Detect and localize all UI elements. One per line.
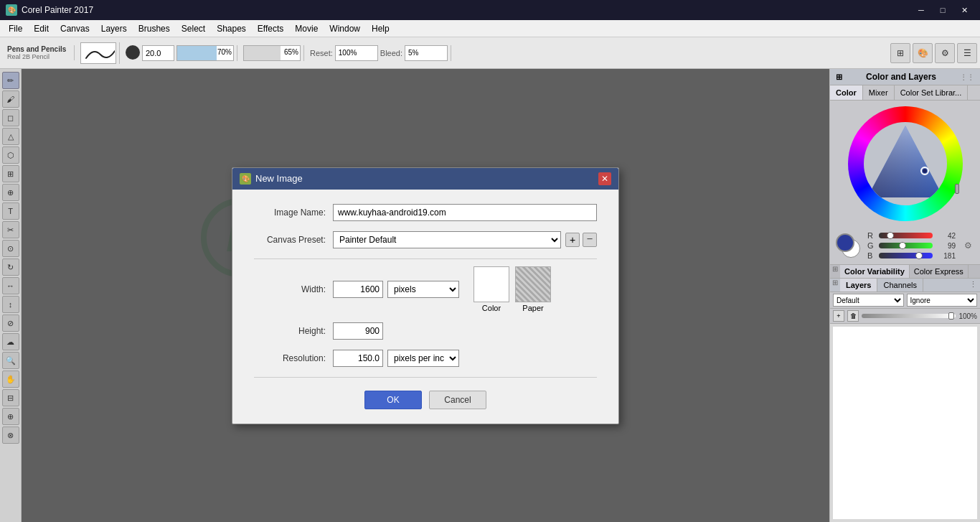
paper-swatch-label: Paper <box>515 304 551 312</box>
layers-preserve-select[interactable]: Ignore <box>907 294 978 307</box>
opacity2-slider[interactable]: 65% <box>243 45 301 61</box>
tool-adjust[interactable]: ⊘ <box>2 314 19 332</box>
tool-crop[interactable]: ✂ <box>2 221 19 238</box>
tab-colorset[interactable]: Color Set Librar... <box>895 85 969 100</box>
bleed-slider[interactable]: 5% <box>405 45 448 61</box>
brush-preview[interactable]: Pens and Pencils Real 2B Pencil <box>3 45 75 60</box>
menu-bar: File Edit Canvas Layers Brushes Select S… <box>0 20 980 37</box>
width-unit-select[interactable]: pixels <box>387 281 459 298</box>
g-slider-row: G 99 <box>867 241 956 250</box>
minimize-button[interactable]: ─ <box>911 3 931 17</box>
foreground-color-swatch[interactable] <box>836 233 854 252</box>
tool-mirror2[interactable]: ⊟ <box>2 389 19 406</box>
opacity-slider-toolbar[interactable]: 70% <box>176 45 234 61</box>
tool-eyedrop[interactable]: ⊙ <box>2 240 19 257</box>
layers-menu-button[interactable]: ⋮ <box>966 279 980 292</box>
dialog-title: New Image <box>255 173 303 184</box>
tool-text[interactable]: T <box>2 202 19 220</box>
tool-smear[interactable]: ☁ <box>2 333 19 350</box>
tab-color-variability[interactable]: Color Variability <box>840 265 910 278</box>
width-input[interactable]: 1600 <box>333 281 383 298</box>
reset-slider[interactable]: 100% <box>335 45 378 61</box>
ok-button[interactable]: OK <box>364 391 422 409</box>
add-preset-button[interactable]: + <box>565 233 580 247</box>
brush-size-input[interactable]: 20.0 <box>142 45 174 61</box>
tool-extra1[interactable]: ⊕ <box>2 408 19 425</box>
layer-opacity-value: 100% <box>958 312 977 320</box>
tool-brush[interactable]: 🖌 <box>2 90 19 108</box>
new-layer-button[interactable]: + <box>833 310 844 322</box>
color-wheel-wrapper[interactable] <box>848 106 963 221</box>
menu-edit[interactable]: Edit <box>28 21 55 37</box>
dialog-close-button[interactable]: ✕ <box>598 172 611 185</box>
menu-movie[interactable]: Movie <box>289 21 324 37</box>
menu-canvas[interactable]: Canvas <box>55 21 95 37</box>
svg-marker-3 <box>867 126 943 197</box>
menu-select[interactable]: Select <box>176 21 211 37</box>
tab-color-express[interactable]: Color Express <box>910 265 969 278</box>
divider-1 <box>254 258 597 259</box>
r-slider[interactable] <box>879 233 933 238</box>
r-thumb[interactable] <box>887 232 894 239</box>
layers-controls: Default Ignore <box>830 292 980 309</box>
height-input[interactable]: 900 <box>333 322 383 340</box>
menu-brushes[interactable]: Brushes <box>133 21 176 37</box>
paper-swatch[interactable] <box>515 266 551 302</box>
tab-channels[interactable]: Channels <box>877 279 923 292</box>
modal-overlay: 🎨 New Image ✕ Image Name: www.kuyhaa-and… <box>22 69 829 522</box>
b-slider-row: B 181 <box>867 251 956 260</box>
g-thumb[interactable] <box>899 242 906 249</box>
menu-effects[interactable]: Effects <box>252 21 289 37</box>
menu-button[interactable]: ☰ <box>957 43 977 63</box>
color-swatch[interactable] <box>473 266 509 302</box>
tab-mixer[interactable]: Mixer <box>863 85 895 100</box>
tool-pan[interactable]: ✋ <box>2 370 19 388</box>
menu-file[interactable]: File <box>3 21 28 37</box>
tab-layers[interactable]: Layers <box>840 279 877 292</box>
menu-layers[interactable]: Layers <box>95 21 133 37</box>
swatches-row: R 42 G 99 B <box>830 227 980 264</box>
tool-mirror[interactable]: ↔ <box>2 277 19 294</box>
tool-select[interactable]: △ <box>2 128 19 145</box>
menu-help[interactable]: Help <box>366 21 395 37</box>
resolution-unit-select[interactable]: pixels per inch <box>387 350 459 367</box>
r-slider-row: R 42 <box>867 231 956 240</box>
tool-fill[interactable]: ⊞ <box>2 165 19 182</box>
cancel-button[interactable]: Cancel <box>429 391 486 409</box>
color-picker-button[interactable]: 🎨 <box>913 43 933 63</box>
opacity-slider-thumb[interactable] <box>948 312 954 320</box>
delete-layer-button[interactable]: 🗑 <box>847 310 859 322</box>
canvas-preset-select[interactable]: Painter Default <box>333 231 561 248</box>
tool-shape[interactable]: ⬡ <box>2 146 19 164</box>
tool-zoom[interactable]: 🔍 <box>2 352 19 369</box>
divider-2 <box>254 377 597 378</box>
b-thumb[interactable] <box>915 252 923 259</box>
preset-buttons: + ─ <box>565 233 597 247</box>
tool-eraser[interactable]: ◻ <box>2 109 19 126</box>
paper-swatch-item: Paper <box>515 266 551 312</box>
tool-transform[interactable]: ↕ <box>2 296 19 313</box>
settings-button[interactable]: ⚙ <box>935 43 955 63</box>
nav-button[interactable]: ⊞ <box>890 43 910 63</box>
tool-clone[interactable]: ⊕ <box>2 184 19 201</box>
close-button[interactable]: ✕ <box>954 3 974 17</box>
menu-shapes[interactable]: Shapes <box>211 21 252 37</box>
layers-mode-select[interactable]: Default <box>833 294 904 307</box>
tab-color[interactable]: Color <box>830 85 863 100</box>
b-slider[interactable] <box>879 253 933 258</box>
tool-extra2[interactable]: ⊗ <box>2 427 19 444</box>
tool-pencil[interactable]: ✏ <box>2 72 19 89</box>
g-slider[interactable] <box>879 243 933 248</box>
remove-preset-button[interactable]: ─ <box>583 233 597 247</box>
app-icon: 🎨 <box>6 4 17 16</box>
resolution-input[interactable]: 150.0 <box>333 350 383 367</box>
tool-rotate[interactable]: ↻ <box>2 258 19 276</box>
maximize-button[interactable]: □ <box>933 3 953 17</box>
menu-window[interactable]: Window <box>324 21 366 37</box>
color-adjust-button[interactable]: ⚙ <box>961 239 974 252</box>
image-name-input[interactable]: www.kuyhaa-android19.com <box>333 204 597 221</box>
layer-opacity-slider[interactable] <box>862 314 956 318</box>
right-toolbar: ⊞ 🎨 ⚙ ☰ <box>890 43 977 63</box>
toolbar: Pens and Pencils Real 2B Pencil 20.0 70%… <box>0 37 980 69</box>
hue-handle[interactable] <box>955 184 959 194</box>
